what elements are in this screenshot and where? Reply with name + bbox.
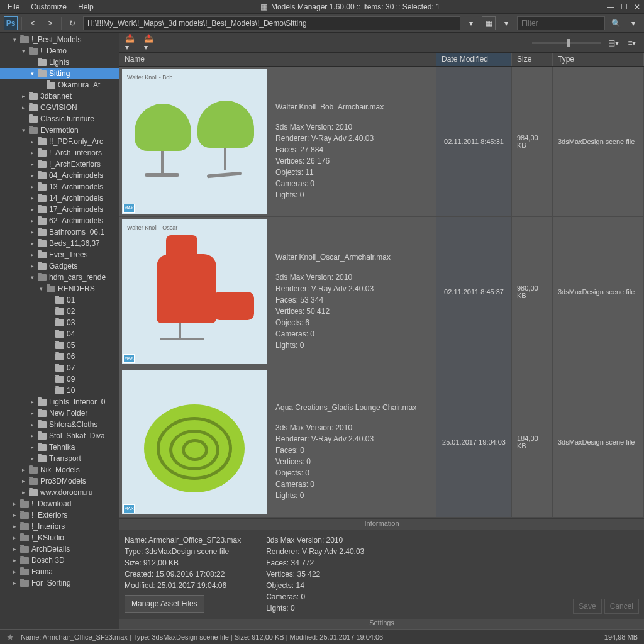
expander-icon[interactable]: ▸ (29, 433, 35, 439)
tree-item[interactable]: ▸Nik_Models (0, 464, 119, 475)
tree-item[interactable]: ▸!_Arch_interiors (0, 147, 119, 158)
view-mode-button[interactable]: ▤▾ (606, 36, 620, 50)
tree-item[interactable]: ▸Gadgets (0, 260, 119, 272)
settings-panel-header[interactable]: Settings (119, 619, 644, 629)
expander-icon[interactable]: ▸ (11, 501, 18, 507)
tree-item[interactable]: ▸ArchDetails (0, 543, 119, 555)
import-button[interactable]: 📥▾ (125, 36, 138, 50)
expander-icon[interactable]: ▸ (29, 161, 35, 167)
info-panel-header[interactable]: Information (119, 519, 644, 530)
tree-item[interactable]: ▸!_Interiors (0, 521, 119, 532)
expander-icon[interactable]: ▸ (29, 421, 35, 428)
tree-item[interactable]: ▸04_Archimodels (0, 170, 119, 181)
tree-item[interactable]: ▸Bathrooms_06,1 (0, 226, 119, 238)
expander-icon[interactable]: ▾ (29, 274, 35, 280)
thumbnail[interactable]: Walter Knoll - Oscar MAX (122, 219, 267, 364)
expander-icon[interactable]: ▸ (20, 467, 26, 473)
tree-item[interactable]: ▸Stol_Shkaf_Diva (0, 430, 119, 441)
expander-icon[interactable]: ▸ (11, 557, 18, 564)
tree-item[interactable]: 02 (0, 306, 119, 317)
expander-icon[interactable]: ▸ (11, 546, 18, 552)
tree-item[interactable]: ▸CGVISION (0, 102, 119, 113)
tree-item[interactable]: Okamura_At (0, 79, 119, 91)
nav-forward-button[interactable]: > (43, 16, 57, 30)
tree-item[interactable]: ▸13_Archimodels (0, 181, 119, 192)
tree-item[interactable]: ▸!!_PDF.only_Arc (0, 136, 119, 147)
expander-icon[interactable]: ▸ (29, 399, 35, 405)
filter-input[interactable] (517, 16, 605, 30)
ps-button[interactable]: Ps (4, 16, 18, 30)
expander-icon[interactable]: ▸ (29, 218, 35, 224)
expander-icon[interactable]: ▸ (29, 455, 35, 462)
tree-item[interactable]: 09 (0, 374, 119, 385)
minimize-button[interactable]: — (607, 3, 614, 11)
file-row[interactable]: Walter Knoll - Bob MAX Walter Knoll_Bob_… (119, 67, 644, 217)
expander-icon[interactable]: ▸ (29, 410, 35, 416)
tree-item[interactable]: ▸New Folder (0, 408, 119, 419)
tree-item[interactable]: ▸!_KStudio (0, 532, 119, 543)
save-button[interactable]: Save (573, 599, 601, 614)
tree-item[interactable]: ▸14_Archimodels (0, 192, 119, 204)
expander-icon[interactable]: ▸ (29, 206, 35, 213)
manage-asset-files-button[interactable]: Manage Asset Files (125, 595, 204, 613)
expander-icon[interactable]: ▾ (38, 286, 44, 292)
expander-icon[interactable]: ▸ (20, 489, 26, 496)
thumbnail[interactable]: MAX (122, 370, 267, 514)
thumbnail[interactable]: Walter Knoll - Bob MAX (122, 69, 267, 214)
expander-icon[interactable]: ▸ (20, 93, 26, 99)
tree-item[interactable]: 07 (0, 362, 119, 374)
expander-icon[interactable]: ▸ (29, 184, 35, 190)
expander-icon[interactable]: ▸ (29, 229, 35, 235)
expander-icon[interactable]: ▾ (29, 70, 35, 77)
expander-icon[interactable]: ▸ (11, 569, 18, 575)
expander-icon[interactable]: ▸ (29, 172, 35, 179)
path-input[interactable] (83, 16, 460, 30)
expander-icon[interactable]: ▾ (11, 36, 18, 43)
tree-item[interactable]: ▸Pro3DModels (0, 475, 119, 487)
path-dropdown-button[interactable]: ▾ (464, 16, 478, 30)
grid-view-dropdown[interactable]: ▾ (499, 16, 513, 30)
tree-item[interactable]: ▸Shtora&Cloths (0, 419, 119, 430)
tree-item[interactable]: ▸17_Archimodels (0, 204, 119, 215)
expander-icon[interactable]: ▸ (29, 252, 35, 258)
column-type[interactable]: Type (553, 53, 644, 66)
close-button[interactable]: ✕ (634, 3, 640, 11)
expander-icon[interactable]: ▸ (11, 512, 18, 518)
tree-item[interactable]: ▾hdm_cars_rende (0, 272, 119, 283)
tree-item[interactable]: ▸62_Archimodels (0, 215, 119, 226)
refresh-button[interactable]: ↻ (65, 16, 79, 30)
tree-item[interactable]: ▸For_Sorting (0, 577, 119, 589)
search-button[interactable]: 🔍 (609, 16, 623, 30)
tree-item[interactable]: ▾!_Demo (0, 45, 119, 57)
expander-icon[interactable]: ▸ (29, 195, 35, 201)
expander-icon[interactable]: ▸ (20, 104, 26, 111)
expander-icon[interactable]: ▸ (11, 523, 18, 530)
tree-item[interactable]: 10 (0, 385, 119, 396)
tree-item[interactable]: ▸!_Exteriors (0, 509, 119, 521)
maximize-button[interactable]: ☐ (621, 3, 628, 11)
file-row[interactable]: Walter Knoll - Oscar MAX Walter Knoll_Os… (119, 217, 644, 367)
tree-item[interactable]: ▾Sitting (0, 68, 119, 79)
tree-item[interactable]: Lights (0, 57, 119, 68)
tree-item[interactable]: ▸!_ArchExteriors (0, 158, 119, 170)
export-button[interactable]: 📤▾ (143, 36, 157, 50)
file-list[interactable]: Walter Knoll - Bob MAX Walter Knoll_Bob_… (119, 67, 644, 519)
tree-item[interactable]: ▸Beds_11,36,37 (0, 238, 119, 249)
tree-item[interactable]: ▸www.doroom.ru (0, 487, 119, 498)
file-row[interactable]: MAX Aqua Creations_Gladis Lounge Chair.m… (119, 367, 644, 518)
expander-icon[interactable]: ▸ (29, 150, 35, 156)
expander-icon[interactable]: ▸ (20, 478, 26, 484)
tree-item[interactable]: ▸Tehnika (0, 441, 119, 453)
menu-help[interactable]: Help (78, 3, 94, 11)
expander-icon[interactable]: ▸ (11, 580, 18, 586)
tree-item[interactable]: 05 (0, 340, 119, 351)
tree-item[interactable]: 04 (0, 328, 119, 340)
tree-item[interactable]: 03 (0, 317, 119, 328)
menu-file[interactable]: File (8, 3, 19, 11)
menu-customize[interactable]: Customize (31, 3, 67, 11)
expander-icon[interactable]: ▸ (29, 444, 35, 450)
expander-icon[interactable]: ▸ (29, 240, 35, 247)
favorite-icon[interactable]: ★ (6, 632, 14, 642)
cancel-button[interactable]: Cancel (604, 599, 639, 614)
thumbnail-size-slider[interactable] (532, 42, 601, 44)
